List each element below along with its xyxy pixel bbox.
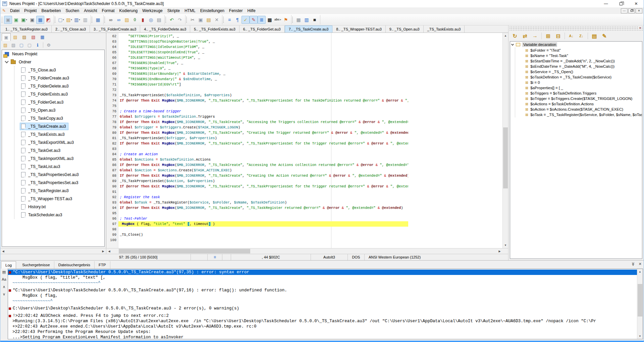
output-tab-log[interactable]: Log	[1, 261, 16, 269]
new-file-icon[interactable]: ▢▾	[57, 16, 65, 24]
panel-close-icon[interactable]: ✕	[638, 26, 642, 30]
menu-werkzeuge[interactable]: Werkzeuge	[140, 8, 165, 14]
log-vertical-scrollbar[interactable]: ▲ ▼	[637, 269, 643, 339]
log-line-1[interactable]: "C:\Users\User1\Desktop\TaskScheduler 0.…	[8, 270, 643, 275]
binary-view-icon[interactable]: ▥	[303, 16, 311, 24]
tree-item-ts-tasklist-au3[interactable]: _TS_TaskList.au3	[14, 163, 104, 171]
au3check-icon[interactable]: ✓	[241, 16, 250, 24]
next-error-icon[interactable]: ∨	[1, 291, 7, 297]
code-line-83[interactable]	[120, 146, 408, 152]
console-icon[interactable]: ■	[311, 16, 319, 24]
dropdown-caret[interactable]: ▾	[26, 18, 27, 21]
tree-item-ts-taskget-au3[interactable]: _TS_TaskGet.au3	[14, 147, 104, 155]
save-icon[interactable]: ▥▾	[73, 16, 81, 24]
file-tab-2-ts-close-au3[interactable]: 2.. _TS_Close.au3	[52, 25, 90, 33]
link-view-tab[interactable]: ▨	[20, 33, 29, 41]
tree-root[interactable]: Neues Projekt	[2, 50, 104, 58]
compile-icon[interactable]: ▣	[4, 16, 12, 24]
tree-item-history-txt[interactable]: History.txt	[14, 203, 104, 211]
output-tab-dateisuchergebnis[interactable]: Dateisuchergebnis	[54, 261, 95, 269]
code-line-90[interactable]: If @error Then Exit MsgBox($MB_ICONERROR…	[120, 184, 408, 189]
close-button[interactable]: ✕	[629, 0, 644, 7]
code-line-78[interactable]: If @error Then Exit MsgBox($MB_ICONERROR…	[120, 119, 408, 125]
tree-item-ts-taskcreate-au3[interactable]: _TS_TaskCreate.au3	[14, 122, 104, 130]
tidy-icon[interactable]: ✎	[250, 16, 258, 24]
find-icon[interactable]: ∞	[107, 16, 115, 24]
code-line-74[interactable]: If @error Then Exit MsgBox($MB_ICONERROR…	[120, 98, 408, 103]
code-line-76[interactable]: ; Create a time-based trigger	[120, 109, 408, 114]
collapse-panel-icon[interactable]: ≫	[631, 262, 636, 266]
mdi-restore-button[interactable]	[628, 8, 635, 13]
output-tab-ftp[interactable]: FTP	[95, 261, 110, 269]
code-line-91[interactable]	[120, 189, 408, 194]
copy-icon[interactable]: ▣	[197, 16, 205, 24]
variable-item-5[interactable]: ⊠$oService = _TS_Open()	[515, 69, 642, 74]
preview-icon[interactable]: ◎	[147, 16, 155, 24]
file-tab-7-ts-taskcreate-au3[interactable]: 7.. _TS_TaskCreate.au3	[285, 25, 333, 33]
menu-suchen[interactable]: Suchen	[63, 8, 82, 14]
toolbar-grip[interactable]	[91, 16, 93, 23]
browser-preview-icon[interactable]: ▦	[294, 16, 303, 24]
dropdown-caret[interactable]: ▾	[63, 18, 64, 21]
log-line-7[interactable]: C:\Users\User1\Desktop\TaskScheduler 0.5…	[8, 306, 643, 311]
output-tab-suchergebnisse[interactable]: Suchergebnisse	[18, 261, 54, 269]
code-line-79[interactable]: Global $oTrigger = $oTriggers.Create($TA…	[120, 125, 408, 130]
layers-view-tab[interactable]: ▦	[38, 33, 47, 41]
panel-drag-grip[interactable]: ✕	[509, 26, 643, 31]
file-tab-ts-taskexists-au3[interactable]: _TS_TaskExists.au3	[424, 25, 465, 33]
toolbar-grip[interactable]	[1, 16, 3, 23]
file-tab-6-ts-folderget-au3[interactable]: 6.. _TS_FolderGet.au3	[239, 25, 285, 33]
koda-icon[interactable]: ◩	[44, 16, 52, 24]
close-panel-icon[interactable]: ✕	[639, 262, 642, 266]
folder-tool-icon[interactable]: ▨	[10, 42, 17, 48]
menu-skripte[interactable]: Skripte	[165, 8, 182, 14]
folder-view-tab[interactable]: ▨	[11, 33, 20, 41]
code-line-80[interactable]: If @error Then Exit MsgBox($MB_ICONERROR…	[120, 130, 408, 135]
code-line-68[interactable]: "TRIGGERS|Type|9", _	[120, 66, 408, 71]
code-line-94[interactable]: If @error Then Exit MsgBox($MB_ICONERROR…	[120, 205, 408, 211]
menu-kodierung[interactable]: Kodierung	[117, 8, 140, 14]
swap-icon[interactable]: ⇄	[521, 32, 529, 40]
variable-item-8[interactable]: ⊠$aProperties[] = [ _	[515, 85, 642, 91]
save-all-icon[interactable]: ▥	[81, 16, 89, 24]
code-line-82[interactable]: If @error Then Exit MsgBox($MB_ICONERROR…	[120, 141, 408, 146]
wrap-log-icon[interactable]: ▤	[1, 269, 7, 275]
dropdown-caret[interactable]: ▾	[280, 18, 281, 21]
compile-x86-icon[interactable]: ▣	[12, 16, 20, 24]
variable-item-2[interactable]: ⊠$sName = "Test-Task"	[515, 53, 642, 58]
code-line-85[interactable]: Global $oActions = $oTaskDefinition.Acti…	[120, 157, 408, 162]
tree-item-ts-taskpropertiesget-au3[interactable]: _TS_TaskPropertiesGet.au3	[14, 171, 104, 179]
code-lines[interactable]: "SETTINGS|Priority|7", _ "SETTINGS|StopI…	[118, 33, 408, 248]
stop-icon[interactable]: ▮	[139, 16, 147, 24]
indent-icon[interactable]: ≡	[225, 16, 233, 24]
code-line-64[interactable]: "IDLESETTINGS|IdleDuration|PT10M", _	[120, 44, 408, 50]
cut-icon[interactable]: ✂	[189, 16, 197, 24]
tree-item-ts-folderexists-au3[interactable]: _TS_FolderExists.au3	[14, 90, 104, 98]
delete-icon[interactable]: ✕	[213, 16, 221, 24]
edit-icon[interactable]: ✎	[600, 32, 609, 40]
code-line-100[interactable]	[120, 237, 408, 243]
log-line-9[interactable]: >Running:(3.3.14.5):C:\Program Files (x8…	[8, 319, 643, 324]
menu-hilfe[interactable]: Hilfe	[245, 8, 258, 14]
goto-icon[interactable]: {}	[131, 16, 139, 24]
toolbar-grip[interactable]	[54, 16, 56, 23]
file-tab-8-ts-wrapper-test-au3[interactable]: 8.. _TS_Wrapper-TEST.au3	[332, 25, 386, 33]
code-line-67[interactable]: "TRIGGERS|Enabled|True", _	[120, 60, 408, 66]
log-line-11[interactable]: >22:02:43 Performing the Program Resourc…	[8, 329, 643, 335]
import-view-tab[interactable]: ▧	[29, 33, 38, 41]
editor-hscrollbar[interactable]: ◀ ▶	[106, 248, 502, 254]
code-line-63[interactable]: "SETTINGS|StopIfGoingOnBatteries|True", …	[120, 39, 408, 44]
tree-item-ts-folderdelete-au3[interactable]: _TS_FolderDelete.au3	[14, 82, 104, 90]
toolbar-grip[interactable]	[104, 16, 106, 23]
minimize-button[interactable]: —	[598, 0, 613, 7]
code-editor[interactable]: 6263646566676869707172737475767778798081…	[106, 33, 508, 248]
new-script-icon[interactable]: ▢	[18, 42, 25, 48]
code-line-72[interactable]	[120, 87, 408, 93]
variable-item-13[interactable]: ⊠$oTask = _TS_TaskRegister($oService, $s…	[515, 112, 642, 117]
file-tab-5-ts-folderexists-au3[interactable]: 5.. _TS_FolderExists.au3	[190, 25, 239, 33]
log-scroll-thumb[interactable]	[638, 284, 642, 317]
tree-item-ts-folderget-au3[interactable]: _TS_FolderGet.au3	[14, 98, 104, 106]
log-line-5[interactable]: MsgBox ( flag,	[8, 293, 643, 298]
code-line-96[interactable]: ; Test-Fehler	[120, 216, 408, 221]
sidebar-scroll-right-arrow[interactable]: ▶	[100, 248, 106, 254]
